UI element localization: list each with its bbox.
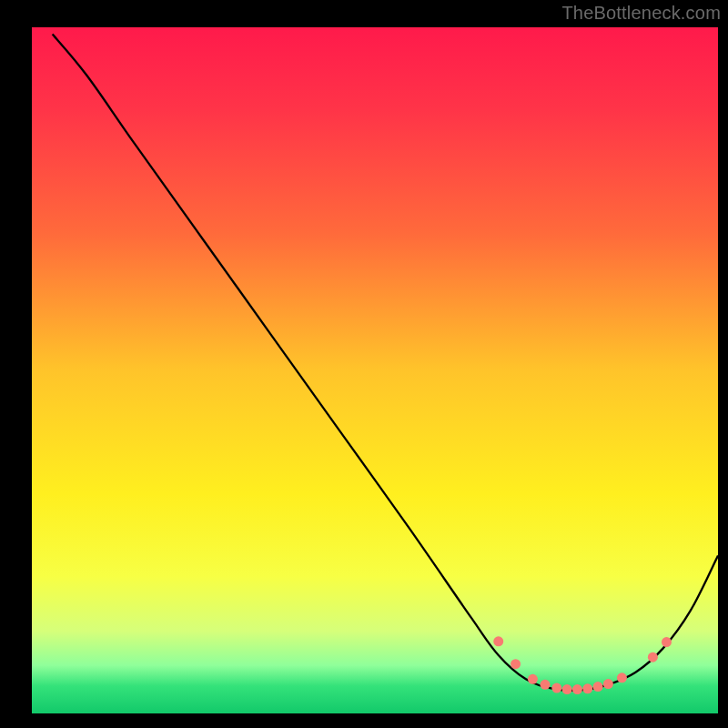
marker-dot (528, 674, 538, 684)
plot-area (32, 27, 718, 713)
marker-dot (511, 659, 521, 669)
marker-dot (662, 637, 672, 647)
marker-dot (493, 636, 503, 646)
curve-layer (32, 27, 718, 713)
bottleneck-curve (53, 35, 718, 691)
marker-dot (648, 652, 658, 662)
watermark-text: TheBottleneck.com (561, 3, 721, 24)
marker-dot (562, 684, 572, 694)
marker-dot (572, 684, 582, 694)
chart-frame: TheBottleneck.com (0, 0, 728, 728)
marker-dot (551, 683, 561, 693)
marker-dot (603, 679, 613, 689)
marker-dot (582, 683, 592, 693)
marker-dot (593, 682, 603, 692)
marker-dot (540, 680, 550, 690)
marker-dot (617, 672, 627, 682)
